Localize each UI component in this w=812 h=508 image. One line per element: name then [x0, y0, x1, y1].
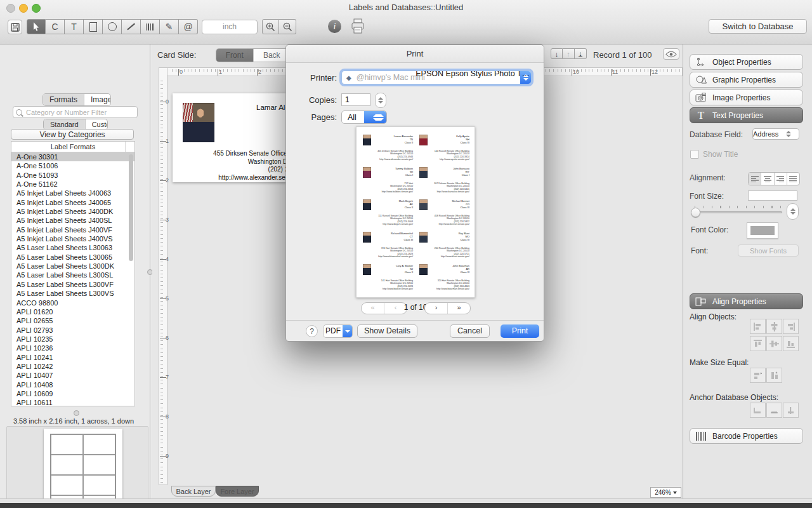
text-properties-button[interactable]: T Text Properties — [690, 107, 803, 123]
show-title-checkbox[interactable] — [690, 150, 699, 159]
format-item[interactable]: APLI 10241 — [11, 353, 134, 362]
printer-select[interactable]: ◆ EPSON Epson Stylus Photo T… @himvp's M… — [341, 70, 532, 84]
align-objects-left-button[interactable] — [750, 319, 766, 334]
tab-standard[interactable]: Standard — [44, 119, 85, 130]
format-item[interactable]: APLI 10407 — [11, 371, 134, 380]
format-item[interactable]: A5 Laser Label Sheets L300DK — [11, 262, 134, 271]
anchor-center-button[interactable] — [766, 403, 782, 418]
anchor-right-button[interactable] — [783, 403, 799, 418]
align-left-button[interactable] — [749, 173, 761, 185]
text-tool-button[interactable]: T — [65, 19, 84, 34]
database-field-select[interactable]: Address — [752, 128, 799, 140]
line-tool-button[interactable] — [122, 19, 141, 34]
tab-images[interactable]: Images — [84, 94, 111, 105]
copies-stepper[interactable] — [375, 93, 386, 108]
switch-to-database-button[interactable]: Switch to Database — [709, 19, 807, 34]
next-record-button[interactable]: ↓ — [551, 48, 563, 59]
slider-knob[interactable] — [691, 208, 700, 217]
pdf-menu-button[interactable]: PDF — [323, 324, 353, 338]
align-objects-center-v-button[interactable] — [766, 319, 782, 334]
font-size-stepper[interactable] — [787, 203, 799, 220]
senator-photo[interactable] — [183, 103, 214, 142]
rotate-tool-button[interactable]: C — [46, 19, 65, 34]
back-layer-tab[interactable]: Back Layer — [171, 486, 216, 497]
info-button[interactable]: i — [328, 20, 341, 33]
format-item[interactable]: A5 Laser Label Sheets L300VF — [11, 280, 134, 289]
rectangle-tool-button[interactable] — [84, 19, 103, 34]
font-color-well[interactable] — [747, 222, 778, 239]
print-button[interactable]: Print — [501, 324, 539, 338]
format-item[interactable]: A5 Inkjet Label Sheets J40065 — [11, 198, 134, 207]
format-item[interactable]: APLI 02655 — [11, 316, 134, 325]
mail-merge-tool-button[interactable]: @ — [179, 19, 198, 34]
copies-field[interactable] — [341, 93, 370, 106]
format-item[interactable]: APLI 10408 — [11, 380, 134, 389]
pen-tool-button[interactable]: ✎ — [160, 19, 179, 34]
format-item[interactable]: A-One 51006 — [11, 161, 134, 170]
help-button[interactable]: ? — [306, 325, 318, 337]
format-item[interactable]: A-One 30301 — [11, 152, 134, 161]
align-objects-top-button[interactable] — [750, 336, 766, 351]
font-size-field[interactable] — [748, 190, 797, 201]
filter-input[interactable] — [25, 108, 129, 117]
align-objects-center-h-button[interactable] — [766, 336, 782, 351]
print-button-toolbar[interactable] — [350, 18, 365, 35]
next-page-button[interactable]: › — [425, 303, 447, 314]
format-item[interactable]: A5 Laser Label Sheets L300VS — [11, 289, 134, 298]
back-side-tab[interactable]: Back — [253, 49, 291, 62]
view-by-categories-button[interactable]: View by Categories — [11, 129, 134, 140]
save-button[interactable] — [8, 20, 22, 34]
format-item[interactable]: APLI 10609 — [11, 389, 134, 398]
barcode-tool-button[interactable] — [141, 19, 160, 34]
format-filter-field[interactable] — [13, 106, 138, 118]
unit-field[interactable]: inch — [202, 20, 258, 34]
show-fonts-button[interactable]: Show Fonts — [738, 244, 799, 257]
align-objects-bottom-button[interactable] — [783, 336, 799, 351]
align-center-button[interactable] — [761, 173, 773, 185]
previous-record-button[interactable]: ↑ — [563, 48, 575, 59]
align-justify-button[interactable] — [787, 173, 799, 185]
format-item[interactable]: A-One 51162 — [11, 180, 134, 189]
format-item[interactable]: A5 Laser Label Sheets L30065 — [11, 253, 134, 262]
align-objects-right-button[interactable] — [783, 319, 799, 334]
barcode-properties-button[interactable]: Barcode Properties — [690, 428, 803, 444]
format-item[interactable]: A5 Inkjet Label Sheets J40063 — [11, 189, 134, 197]
pages-select[interactable]: All — [341, 110, 387, 124]
fore-layer-tab[interactable]: Fore Layer — [216, 486, 259, 497]
list-header[interactable]: Label Formats — [11, 142, 134, 152]
format-item[interactable]: APLI 02793 — [11, 326, 134, 335]
graphic-properties-button[interactable]: Graphic Properties — [690, 72, 803, 88]
format-item[interactable]: A5 Inkjet Label Sheets J400DK — [11, 207, 134, 216]
canvas-zoom-control[interactable]: 246% — [650, 487, 681, 498]
format-item[interactable]: APLI 10242 — [11, 362, 134, 371]
equal-width-button[interactable] — [750, 368, 766, 383]
splitter-handle[interactable] — [74, 410, 79, 416]
zoom-out-button[interactable] — [279, 19, 296, 34]
format-item[interactable]: A5 Laser Label Sheets L30063 — [11, 243, 134, 252]
align-right-button[interactable] — [774, 173, 787, 185]
align-properties-button[interactable]: Align Properties — [690, 293, 803, 309]
last-page-button[interactable]: » — [447, 303, 470, 314]
preview-record-button[interactable] — [663, 48, 679, 60]
last-record-button[interactable]: ↓ — [575, 48, 587, 59]
format-item[interactable]: APLI 10611 — [11, 398, 134, 406]
font-size-slider[interactable] — [691, 204, 783, 218]
format-item[interactable]: APLI 10236 — [11, 344, 134, 352]
list-scrollbar[interactable] — [129, 154, 133, 261]
format-item[interactable]: A5 Inkjet Label Sheets J400VS — [11, 234, 134, 243]
format-item[interactable]: A-One 51093 — [11, 171, 134, 180]
show-details-button[interactable]: Show Details — [357, 324, 417, 338]
format-item[interactable]: A5 Inkjet Label Sheets J400SL — [11, 216, 134, 225]
tab-custom[interactable]: Custom — [85, 119, 108, 130]
zoom-in-button[interactable] — [262, 19, 279, 34]
oval-tool-button[interactable] — [103, 19, 122, 34]
equal-height-button[interactable] — [766, 368, 782, 383]
tab-formats[interactable]: Formats — [43, 94, 84, 105]
image-properties-button[interactable]: Image Properties — [690, 90, 803, 105]
select-tool-button[interactable] — [27, 19, 46, 34]
anchor-left-button[interactable] — [750, 403, 766, 418]
format-item[interactable]: APLI 10235 — [11, 335, 134, 344]
cancel-button[interactable]: Cancel — [450, 324, 490, 338]
object-properties-button[interactable]: Object Properties — [690, 54, 803, 70]
format-item[interactable]: APLI 01620 — [11, 307, 134, 316]
